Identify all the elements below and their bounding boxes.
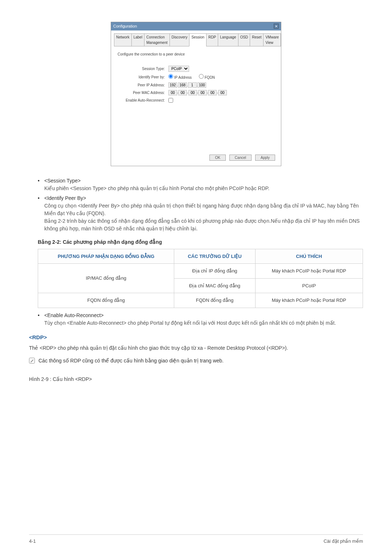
bullet-title: <Enable Auto-Reconnect>: [44, 312, 363, 319]
bullet-title: <Identify Peer By>: [44, 194, 363, 202]
footer-section-title: Cài đặt phần mềm: [323, 538, 363, 545]
tab-discovery[interactable]: Discovery: [170, 33, 190, 46]
table-cell: Địa chỉ MAC đồng đẳng: [174, 278, 255, 293]
list-item: <Enable Auto-Reconnect> Tùy chọn <Enable…: [38, 312, 363, 327]
tab-network[interactable]: Network: [114, 33, 132, 46]
table-cell: Địa chỉ IP đồng đẳng: [174, 264, 255, 279]
bullet-title: <Session Type>: [44, 177, 363, 185]
note-row: Các thông số RDP cũng có thể được cấu hì…: [29, 357, 363, 365]
tab-osd[interactable]: OSD: [238, 33, 250, 46]
identify-ip-radio[interactable]: IP Address: [168, 74, 192, 80]
bullet-body: Kiểu phiên <Session Type> cho phép nhà q…: [44, 185, 363, 192]
ok-button[interactable]: OK: [209, 155, 225, 161]
table-header: CÁC TRƯỜNG DỮ LIỆU: [174, 249, 255, 264]
page-footer: 4-1 Cài đặt phần mềm: [29, 534, 363, 545]
identify-peer-label: Identify Peer by:: [118, 74, 168, 80]
note-icon: [29, 358, 35, 364]
peer-ip-label: Peer IP Address:: [118, 82, 168, 88]
dialog-title: Configuration: [113, 23, 137, 29]
table-header: PHƯƠNG PHÁP NHẬN DẠNG ĐỒNG ĐẲNG: [38, 249, 174, 264]
peer-mac-2[interactable]: [188, 90, 197, 95]
tab-session[interactable]: Session: [189, 33, 207, 46]
table-cell: Máy khách PCoIP hoặc Portal RDP: [255, 264, 363, 279]
rdp-body: Thẻ <RDP> cho phép nhà quản trị đặt cấu …: [29, 344, 363, 352]
dialog-titlebar: Configuration ✕: [111, 22, 281, 30]
identify-fqdn-radio[interactable]: FQDN: [199, 74, 215, 80]
table-cell: PCoIP: [255, 278, 363, 293]
bullet-list: <Session Type> Kiểu phiên <Session Type>…: [38, 177, 363, 233]
tab-label[interactable]: Label: [131, 33, 144, 46]
dialog-description: Configure the connection to a peer devic…: [114, 46, 278, 66]
dialog-tabs: Network Label Connection Management Disc…: [114, 33, 278, 46]
peer-mac-label: Peer MAC Address:: [118, 90, 168, 95]
peer-methods-table: PHƯƠNG PHÁP NHẬN DẠNG ĐỒNG ĐẲNG CÁC TRƯỜ…: [38, 249, 363, 308]
table-row: FQDN đồng đẳng FQDN đồng đẳng Máy khách …: [38, 293, 363, 308]
peer-ip-2[interactable]: [188, 82, 197, 88]
table-header: CHÚ THÍCH: [255, 249, 363, 264]
tab-connection-management[interactable]: Connection Management: [144, 33, 170, 46]
peer-ip-1[interactable]: [178, 82, 187, 88]
peer-mac-3[interactable]: [198, 90, 207, 95]
table-cell: FQDN đồng đẳng: [38, 293, 174, 308]
table-cell: Máy khách PCoIP hoặc Portal RDP: [255, 293, 363, 308]
rdp-heading: <RDP>: [29, 333, 363, 342]
peer-mac-4[interactable]: [208, 90, 217, 95]
peer-ip-3[interactable]: [197, 82, 206, 88]
apply-button[interactable]: Apply: [255, 155, 275, 161]
auto-reconnect-label: Enable Auto-Reconnect:: [118, 98, 168, 103]
figure-caption: Hình 2-9 : Cấu hình <RDP>: [29, 376, 363, 383]
table-caption: Bảng 2-2: Các phương pháp nhận dạng đồng…: [38, 238, 363, 246]
table-cell: IP/MAC đồng đẳng: [38, 264, 174, 293]
session-type-select[interactable]: PCoIP: [168, 66, 189, 72]
bullet-body: Tùy chọn <Enable Auto-Reconnect> cho phé…: [44, 319, 363, 327]
config-dialog: Configuration ✕ Network Label Connection…: [111, 22, 281, 166]
table-row: IP/MAC đồng đẳng Địa chỉ IP đồng đẳng Má…: [38, 264, 363, 279]
tab-language[interactable]: Language: [218, 33, 238, 46]
tab-reset[interactable]: Reset: [250, 33, 264, 46]
bullet-body: Bảng 2-2 trình bày các thông số nhận dạn…: [44, 217, 363, 233]
note-text: Các thông số RDP cũng có thể được cấu hì…: [38, 357, 224, 365]
cancel-button[interactable]: Cancel: [229, 155, 252, 161]
peer-mac-5[interactable]: [218, 90, 227, 95]
list-item: <Identify Peer By> Công cụ chọn <Identif…: [38, 194, 363, 233]
bullet-list: <Enable Auto-Reconnect> Tùy chọn <Enable…: [38, 312, 363, 327]
peer-mac-0[interactable]: [168, 90, 177, 95]
list-item: <Session Type> Kiểu phiên <Session Type>…: [38, 177, 363, 192]
bullet-body: Công cụ chọn <Identify Peer By> cho phép…: [44, 202, 363, 217]
close-icon[interactable]: ✕: [274, 24, 279, 29]
footer-page-number: 4-1: [29, 538, 36, 545]
peer-mac-1[interactable]: [178, 90, 187, 95]
tab-vmware-view[interactable]: VMware View: [263, 33, 281, 46]
peer-ip-0[interactable]: [168, 82, 177, 88]
tab-rdp[interactable]: RDP: [206, 33, 218, 46]
auto-reconnect-checkbox[interactable]: [168, 98, 173, 103]
table-cell: FQDN đồng đẳng: [174, 293, 255, 308]
session-type-label: Session Type:: [118, 66, 168, 71]
